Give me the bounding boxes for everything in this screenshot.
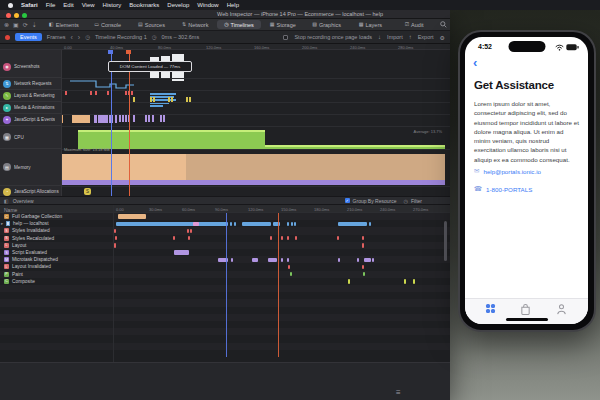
grid-event-mark xyxy=(338,258,340,263)
timeline-row-layout-rendering[interactable]: ✎Layout & Rendering xyxy=(0,90,62,102)
grid-dcl-marker-line xyxy=(226,213,227,357)
tab-home-grid-icon[interactable] xyxy=(486,304,496,314)
tab-account-person-icon[interactable] xyxy=(556,303,567,315)
search-button[interactable] xyxy=(436,19,450,30)
export-button[interactable]: Export xyxy=(418,34,434,40)
stop-recording-label[interactable]: Stop recording once page loads xyxy=(294,34,372,40)
record-button[interactable] xyxy=(5,35,10,40)
tab-network[interactable]: ⇅Network xyxy=(173,19,217,30)
timeline-row-javascript-allocations[interactable]: ◔JavaScript Allocations xyxy=(0,186,62,196)
grid-event-mark xyxy=(193,222,199,227)
tab-console[interactable]: ▭Console xyxy=(86,19,130,30)
grid-event-mark xyxy=(281,258,283,263)
tab-timelines[interactable]: ◷Timelines xyxy=(217,20,261,29)
tab-icon-sources: ▤ xyxy=(138,22,143,27)
forward-arrow-icon[interactable]: › xyxy=(78,34,80,41)
stop-recording-checkbox[interactable] xyxy=(283,35,288,40)
back-chevron[interactable]: ‹ xyxy=(473,56,477,69)
timeline-row-network-requests[interactable]: ⇅Network Requests xyxy=(0,78,62,90)
drag-handle-icon[interactable]: ≡ xyxy=(396,389,401,397)
tab-storage[interactable]: ▦Storage xyxy=(261,19,305,30)
grid-event-mark xyxy=(357,258,359,263)
tab-icon-audit: ☑ xyxy=(405,22,409,27)
media-animations-icon: ▸ xyxy=(3,104,11,112)
grid-event-mark xyxy=(270,236,272,241)
grid-event-mark xyxy=(363,272,365,277)
mail-icon: ✉ xyxy=(474,167,479,175)
overview-mark xyxy=(160,115,162,122)
apple-menu-icon[interactable] xyxy=(8,3,13,8)
grid-event-mark xyxy=(372,258,374,263)
group-by-resource-option[interactable]: ✓ Group By Resource xyxy=(345,198,397,204)
javascript-events-icon: ✦ xyxy=(3,116,11,124)
phone-link[interactable]: ☎ 1-800-PORTALS xyxy=(474,185,532,193)
events-view-button[interactable]: Events xyxy=(15,33,42,41)
events-data-grid[interactable]: Name 0.0030.0ms60.0ms90.0ms120.0ms150.0m… xyxy=(0,205,450,362)
export-icon: ↑ xyxy=(409,34,412,40)
overview-mark xyxy=(145,115,147,122)
home-indicator[interactable] xyxy=(506,318,548,321)
dock-icon[interactable]: ▣ xyxy=(13,22,19,28)
menu-item-history[interactable]: History xyxy=(103,2,122,8)
timeline-row-label: Layout & Rendering xyxy=(14,93,55,98)
zoom-traffic-light[interactable] xyxy=(22,13,27,18)
time-range[interactable]: 0ms – 302.6ms xyxy=(162,34,200,40)
menu-item-window[interactable]: Window xyxy=(197,2,218,8)
gear-icon[interactable]: ⚙ xyxy=(440,34,445,41)
menu-item-bookmarks[interactable]: Bookmarks xyxy=(129,2,159,8)
tab-layers[interactable]: ▩Layers xyxy=(348,19,392,30)
filter-option[interactable]: ◷ Filter xyxy=(404,198,423,204)
overview-mark xyxy=(152,115,154,122)
frames-view-button[interactable]: Frames xyxy=(47,34,66,40)
menu-item-edit[interactable]: Edit xyxy=(63,2,73,8)
overview-graph[interactable]: Average: 13.7% Maximum Size: 13.18 MB S … xyxy=(0,50,450,196)
timeline-row-javascript-events[interactable]: ✦JavaScript & Events xyxy=(0,114,62,126)
menu-item-file[interactable]: File xyxy=(46,2,56,8)
tab-elements[interactable]: ◧Elements xyxy=(42,19,86,30)
grid-scrollbar[interactable] xyxy=(444,221,447,261)
download-icon[interactable]: ⇣ xyxy=(32,22,37,28)
import-icon: ↓ xyxy=(378,34,381,40)
tab-sources[interactable]: ▤Sources xyxy=(130,19,174,30)
detail-navigation-bar: ◧ Overview ✓ Group By Resource ◷ Filter xyxy=(0,196,450,205)
js-allocation-snapshot-badge[interactable]: S xyxy=(84,188,91,195)
timelines-overview[interactable]: 0.0040.0ms80.0ms120.0ms160.0ms200.0ms240… xyxy=(0,44,450,196)
grid-event-mark xyxy=(268,258,277,263)
menu-item-help[interactable]: Help xyxy=(227,2,239,8)
timeline-row-media-animations[interactable]: ▸Media & Animations xyxy=(0,102,62,114)
overview-mark xyxy=(150,105,163,107)
close-icon[interactable]: ⊗ xyxy=(4,22,9,28)
import-button[interactable]: Import xyxy=(387,34,403,40)
tab-icon-elements: ◧ xyxy=(49,22,54,27)
reload-icon[interactable]: ⟳ xyxy=(23,22,28,28)
tab-audit[interactable]: ☑Audit xyxy=(392,19,436,30)
tab-graphics[interactable]: ▨Graphics xyxy=(305,19,349,30)
recording-name[interactable]: Timeline Recording 1 xyxy=(95,34,147,40)
overview-mark xyxy=(122,115,124,122)
grid-event-mark xyxy=(190,229,192,234)
timeline-row-cpu[interactable]: ▦CPU xyxy=(0,126,62,149)
grid-event-mark xyxy=(337,236,339,241)
grid-event-mark xyxy=(369,222,371,227)
grid-event-mark xyxy=(362,243,364,248)
grid-event-mark xyxy=(115,236,117,241)
menu-item-safari[interactable]: Safari xyxy=(21,2,38,8)
menu-item-develop[interactable]: Develop xyxy=(167,2,189,8)
timeline-row-screenshots[interactable]: ◉Screenshots xyxy=(0,56,62,78)
filter-clock-icon: ◷ xyxy=(404,198,408,204)
overview-path-label[interactable]: Overview xyxy=(13,198,34,204)
tab-shop-bag-icon[interactable] xyxy=(520,303,531,315)
memory-max-label: Maximum Size: 13.18 MB xyxy=(64,147,110,152)
grid-event-mark xyxy=(281,236,283,241)
email-link[interactable]: ✉ help@portals.ionic.io xyxy=(474,167,541,175)
search-icon xyxy=(440,21,447,28)
back-arrow-icon[interactable]: ‹ xyxy=(70,34,72,41)
group-by-resource-checkbox[interactable]: ✓ xyxy=(345,198,350,203)
close-traffic-light[interactable] xyxy=(6,13,11,18)
minimize-traffic-light[interactable] xyxy=(14,13,19,18)
inspector-tabs: ◧Elements▭Console▤Sources⇅Network◷Timeli… xyxy=(42,19,436,30)
cpu-icon: ▦ xyxy=(3,133,11,141)
overview-mark xyxy=(150,93,176,95)
timeline-row-memory[interactable]: ▤Memory xyxy=(0,149,62,186)
menu-item-view[interactable]: View xyxy=(82,2,95,8)
